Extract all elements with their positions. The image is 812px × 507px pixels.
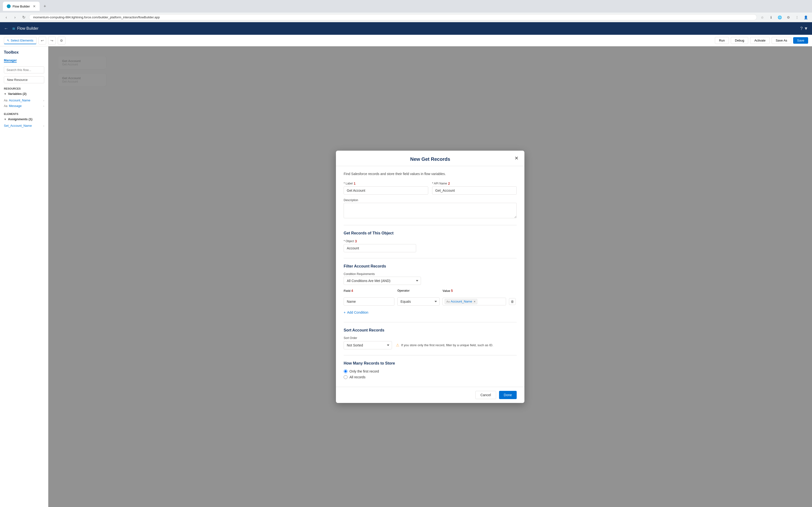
assignments-toggle-icon: ▼ <box>4 118 6 121</box>
save-as-button[interactable]: Save As <box>772 37 792 44</box>
manager-tab-label: Manager <box>4 58 17 62</box>
new-tab-button[interactable]: + <box>42 3 48 10</box>
value-tag-remove-button[interactable]: × <box>474 300 475 303</box>
divider-3 <box>344 322 517 322</box>
elements-section-title: ELEMENTS <box>4 113 44 115</box>
assignment-1-label: Set_Account_Name <box>4 124 32 127</box>
radio-first-record[interactable]: Only the first record <box>344 370 517 373</box>
sort-warning-text: If you store only the first record, filt… <box>401 343 493 347</box>
resources-section: RESOURCES ▼ Variables (2) Aa Account_Nam… <box>4 87 44 109</box>
label-num: 1 <box>354 181 355 185</box>
field-column-header: Field 4 <box>344 289 394 294</box>
value-column-header: Value 5 <box>443 289 506 294</box>
cancel-button[interactable]: Cancel <box>475 391 496 399</box>
undo-button[interactable]: ↩ <box>39 37 46 44</box>
forward-button[interactable]: › <box>12 14 18 21</box>
modal-overlay: New Get Records ✕ Find Salesforce record… <box>48 46 812 507</box>
sidebar: Toolbox Manager New Resource RESOURCES ▼… <box>0 46 48 507</box>
object-num: 3 <box>355 239 357 243</box>
redo-button[interactable]: ↪ <box>48 37 56 44</box>
radio-all-label: All records <box>349 375 365 379</box>
variable-2-arrow: › <box>43 105 44 107</box>
add-condition-button[interactable]: + Add Condition <box>344 308 368 316</box>
add-condition-plus-icon: + <box>344 311 346 314</box>
run-button[interactable]: Run <box>715 37 729 44</box>
variable-2-label: Message <box>9 104 22 108</box>
modal-footer: Cancel Done <box>336 387 524 403</box>
back-button[interactable]: ‹ <box>3 14 10 21</box>
done-button[interactable]: Done <box>499 391 517 399</box>
assignments-label: Assignments (1) <box>8 117 33 121</box>
description-label: Description <box>344 199 517 202</box>
save-button[interactable]: Save <box>793 37 808 44</box>
api-name-field-label: * API Name 2 <box>432 181 517 185</box>
condition-field-input[interactable] <box>344 297 394 306</box>
add-condition-label: Add Condition <box>347 311 368 314</box>
tab-close-icon[interactable]: ✕ <box>33 4 36 8</box>
app-header: ← ≋ Flow Builder ? ▼ <box>0 22 812 35</box>
activate-button[interactable]: Activate <box>750 37 769 44</box>
sidebar-item-set-account-name[interactable]: Set_Account_Name › <box>4 123 44 128</box>
browser-tab[interactable]: Flow Builder ✕ <box>3 2 40 11</box>
label-input[interactable] <box>344 186 428 194</box>
condition-requirements-label: Condition Requirements <box>344 272 421 276</box>
get-records-section-heading: Get Records of This Object <box>344 231 517 235</box>
divider-1 <box>344 225 517 225</box>
help-button[interactable]: ? ▼ <box>800 26 808 31</box>
select-elements-button[interactable]: ↖ Select Elements <box>4 37 37 44</box>
search-input[interactable] <box>4 66 44 73</box>
sort-select-wrapper: Not Sorted Ascending Descending <box>344 341 392 349</box>
extensions-icon[interactable]: ⚙ <box>785 14 792 21</box>
radio-all-input[interactable] <box>344 375 348 379</box>
new-resource-button[interactable]: New Resource <box>4 76 44 83</box>
condition-delete-group: 🗑 <box>509 298 517 305</box>
value-column-label: Value 5 <box>443 289 506 293</box>
assignments-section-header[interactable]: ▼ Assignments (1) <box>4 117 44 121</box>
menu-icon[interactable]: ⋮ <box>794 14 800 21</box>
app-header-title: ≋ Flow Builder <box>12 26 39 31</box>
profile-icon[interactable]: 👤 <box>802 14 809 21</box>
label-field-label: * Label 1 <box>344 181 428 185</box>
variables-label: Variables (2) <box>8 92 27 96</box>
address-text: momentum-computing-884.lightning.force.c… <box>33 15 160 19</box>
sidebar-item-account-name[interactable]: Aa Account_Name › <box>4 98 44 103</box>
variable-1-arrow: › <box>43 99 44 102</box>
modal-close-button[interactable]: ✕ <box>514 155 519 161</box>
variables-section-header[interactable]: ▼ Variables (2) <box>4 92 44 96</box>
manager-tab[interactable]: Manager <box>4 58 44 62</box>
tab-title: Flow Builder <box>12 5 30 8</box>
api-name-input[interactable] <box>432 186 517 194</box>
object-input[interactable] <box>344 244 416 252</box>
condition-value-group: Aa Account_Name × <box>443 298 506 305</box>
label-api-row: * Label 1 * API Name 2 <box>344 181 517 194</box>
store-section-heading: How Many Records to Store <box>344 361 517 365</box>
back-to-app-button[interactable]: ← <box>4 26 8 31</box>
address-bar[interactable]: momentum-computing-884.lightning.force.c… <box>29 14 757 20</box>
sort-row: Not Sorted Ascending Descending ⚠ If you… <box>344 341 517 349</box>
refresh-button[interactable]: ↻ <box>20 14 27 21</box>
browser-nav-icons: ☆ ℹ 🌐 ⚙ ⋮ 👤 <box>759 14 809 21</box>
delete-condition-button[interactable]: 🗑 <box>509 298 516 305</box>
radio-first-input[interactable] <box>344 370 348 373</box>
value-input-wrapper[interactable]: Aa Account_Name × <box>443 298 506 305</box>
translate-icon[interactable]: 🌐 <box>776 14 783 21</box>
elements-section: ELEMENTS ▼ Assignments (1) Set_Account_N… <box>4 113 44 128</box>
select-elements-label: Select Elements <box>11 39 33 42</box>
variable-1-label: Account_Name <box>9 99 31 102</box>
info-icon[interactable]: ℹ <box>767 14 774 21</box>
variable-icon-1: Aa <box>4 99 7 102</box>
debug-button[interactable]: Debug <box>731 37 748 44</box>
sort-order-label: Sort Order <box>344 336 517 340</box>
sidebar-item-message[interactable]: Aa Message › <box>4 103 44 109</box>
description-textarea[interactable] <box>344 203 517 218</box>
condition-field-group <box>344 297 394 306</box>
sort-order-select[interactable]: Not Sorted Ascending Descending <box>344 341 392 349</box>
settings-button[interactable]: ⚙ <box>58 37 65 44</box>
bookmark-icon[interactable]: ☆ <box>759 14 766 21</box>
app-title-text: Flow Builder <box>17 26 39 31</box>
condition-operator-select[interactable]: Equals Not Equal To Contains Does Not Co… <box>397 297 440 306</box>
condition-requirements-select[interactable]: All Conditions Are Met (AND) Any Conditi… <box>344 277 421 285</box>
warning-icon: ⚠ <box>396 343 399 347</box>
modal-subtitle: Find Salesforce records and store their … <box>344 172 517 176</box>
radio-all-records[interactable]: All records <box>344 375 517 379</box>
